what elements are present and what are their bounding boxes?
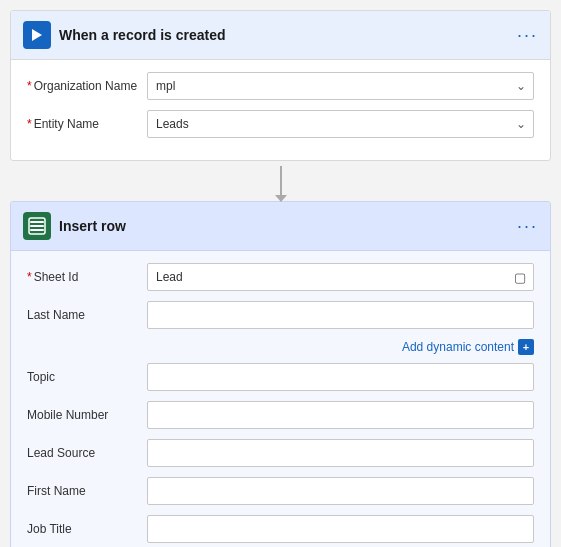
topic-input[interactable] xyxy=(147,363,534,391)
add-dynamic-content-button[interactable]: Add dynamic content + xyxy=(402,339,534,355)
lead-source-input[interactable] xyxy=(147,439,534,467)
org-name-required: * xyxy=(27,79,32,93)
insert-card-header: Insert row ··· xyxy=(11,202,550,251)
topic-row: Topic xyxy=(27,363,534,391)
trigger-more-button[interactable]: ··· xyxy=(517,26,538,44)
svg-rect-3 xyxy=(30,229,44,231)
sheet-id-label: *Sheet Id xyxy=(27,270,147,284)
svg-rect-1 xyxy=(30,221,44,223)
arrow-connector xyxy=(10,161,551,201)
insert-card-body: *Sheet Id ▢ Last Name Add dynamic conten… xyxy=(11,251,550,547)
sheet-id-required: * xyxy=(27,270,32,284)
entity-name-row: *Entity Name Leads ⌄ xyxy=(27,110,534,138)
insert-header-left: Insert row xyxy=(23,212,126,240)
insert-card: Insert row ··· *Sheet Id ▢ Last Name Add… xyxy=(10,201,551,547)
down-arrow-icon xyxy=(280,166,282,196)
entity-name-required: * xyxy=(27,117,32,131)
last-name-label: Last Name xyxy=(27,308,147,322)
dynamic-content-row: Add dynamic content + xyxy=(27,339,534,355)
first-name-label: First Name xyxy=(27,484,147,498)
topic-label: Topic xyxy=(27,370,147,384)
job-title-label: Job Title xyxy=(27,522,147,536)
trigger-card-body: *Organization Name mpl ⌄ *Entity Name Le… xyxy=(11,60,550,160)
trigger-card-title: When a record is created xyxy=(59,27,226,43)
sheet-id-row: *Sheet Id ▢ xyxy=(27,263,534,291)
mobile-number-input[interactable] xyxy=(147,401,534,429)
entity-name-select[interactable]: Leads xyxy=(147,110,534,138)
mobile-number-label: Mobile Number xyxy=(27,408,147,422)
first-name-input[interactable] xyxy=(147,477,534,505)
sheet-id-input[interactable] xyxy=(147,263,534,291)
insert-more-button[interactable]: ··· xyxy=(517,217,538,235)
entity-name-select-wrapper: Leads ⌄ xyxy=(147,110,534,138)
last-name-row: Last Name xyxy=(27,301,534,329)
org-name-label: *Organization Name xyxy=(27,79,147,93)
insert-card-title: Insert row xyxy=(59,218,126,234)
trigger-card-header: When a record is created ··· xyxy=(11,11,550,60)
lead-source-label: Lead Source xyxy=(27,446,147,460)
org-name-row: *Organization Name mpl ⌄ xyxy=(27,72,534,100)
job-title-input[interactable] xyxy=(147,515,534,543)
add-dynamic-badge: + xyxy=(518,339,534,355)
mobile-number-row: Mobile Number xyxy=(27,401,534,429)
org-name-select-wrapper: mpl ⌄ xyxy=(147,72,534,100)
sheet-id-wrapper: ▢ xyxy=(147,263,534,291)
org-name-select[interactable]: mpl xyxy=(147,72,534,100)
last-name-input[interactable] xyxy=(147,301,534,329)
trigger-header-left: When a record is created xyxy=(23,21,226,49)
lead-source-row: Lead Source xyxy=(27,439,534,467)
first-name-row: First Name xyxy=(27,477,534,505)
trigger-card: When a record is created ··· *Organizati… xyxy=(10,10,551,161)
insert-icon xyxy=(23,212,51,240)
job-title-row: Job Title xyxy=(27,515,534,543)
svg-rect-2 xyxy=(30,225,44,227)
entity-name-label: *Entity Name xyxy=(27,117,147,131)
svg-marker-0 xyxy=(32,29,42,41)
trigger-icon xyxy=(23,21,51,49)
